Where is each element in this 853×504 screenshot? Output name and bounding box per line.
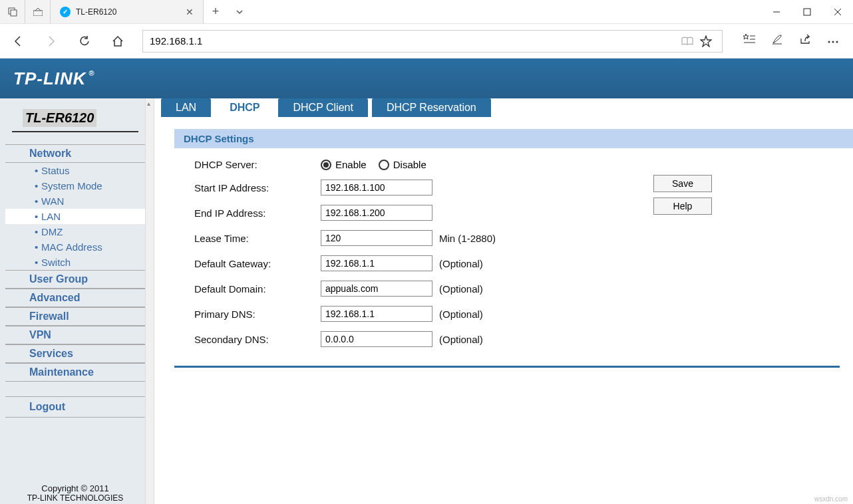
notes-icon[interactable]: [769, 33, 785, 49]
row-dhcp-server: DHCP Server: Enable Disable: [174, 159, 627, 170]
svg-rect-1: [11, 10, 17, 16]
logout-link[interactable]: Logout: [5, 396, 145, 418]
row-lease-time: Lease Time: Min (1-2880): [174, 230, 627, 246]
svg-point-11: [828, 41, 830, 43]
sidebar-scrollbar[interactable]: ▴: [145, 98, 154, 504]
back-button[interactable]: [4, 27, 32, 55]
copyright: Copyright © 2011 TP-LINK TECHNOLOGIES: [5, 483, 145, 504]
favorites-list-icon[interactable]: [741, 33, 757, 49]
panel-title: DHCP Settings: [174, 129, 853, 148]
save-button[interactable]: Save: [653, 175, 712, 192]
sidebar-item-switch[interactable]: Switch: [5, 255, 145, 270]
side-buttons: Save Help: [653, 159, 725, 356]
close-tab-icon[interactable]: ✕: [186, 7, 194, 17]
tab-preview-icon[interactable]: [25, 0, 51, 23]
row-end-ip: End IP Address:: [174, 205, 627, 221]
tab-dhcp[interactable]: DHCP: [215, 98, 274, 117]
sidebar-item-system-mode[interactable]: System Mode: [5, 178, 145, 193]
sidebar-item-dmz[interactable]: DMZ: [5, 224, 145, 239]
sidebar-item-status[interactable]: Status: [5, 163, 145, 178]
radio-disable[interactable]: Disable: [379, 159, 426, 170]
banner: TP-LINK®: [0, 59, 853, 98]
sidebar-item-wan[interactable]: WAN: [5, 193, 145, 209]
close-window-button[interactable]: [822, 0, 853, 23]
row-default-domain: Default Domain: (Optional): [174, 281, 627, 297]
dhcp-server-label: DHCP Server:: [194, 159, 321, 170]
sidebar-section-user-group[interactable]: User Group: [5, 270, 145, 289]
logo: TP-LINK®: [13, 68, 95, 89]
content-area: LAN DHCP DHCP Client DHCP Reservation DH…: [154, 98, 853, 504]
default-gateway-input[interactable]: [321, 255, 432, 271]
row-secondary-dns: Secondary DNS: (Optional): [174, 331, 627, 347]
panel-divider: [174, 366, 840, 368]
refresh-button[interactable]: [71, 27, 98, 55]
share-icon[interactable]: [797, 33, 813, 49]
svg-rect-2: [33, 11, 43, 16]
svg-point-12: [832, 41, 834, 43]
forward-button[interactable]: [37, 27, 65, 55]
sidebar-section-services[interactable]: Services: [5, 344, 145, 363]
tab-title: TL-ER6120: [76, 7, 180, 17]
sidebar-item-mac-address[interactable]: MAC Address: [5, 239, 145, 255]
sidebar: TL-ER6120 Network Status System Mode WAN…: [0, 98, 145, 504]
primary-dns-input[interactable]: [321, 306, 432, 322]
browser-toolbar: [0, 24, 853, 59]
favorite-icon[interactable]: [697, 35, 715, 47]
row-primary-dns: Primary DNS: (Optional): [174, 306, 627, 322]
radio-disable-dot[interactable]: [379, 160, 389, 170]
new-tab-button[interactable]: +: [204, 0, 228, 23]
sidebar-section-firewall[interactable]: Firewall: [5, 307, 145, 326]
svg-point-13: [836, 41, 838, 43]
watermark: wsxdn.com: [814, 495, 848, 503]
default-domain-input[interactable]: [321, 281, 432, 297]
tab-dhcp-reservation[interactable]: DHCP Reservation: [372, 98, 491, 117]
sidebar-section-maintenance[interactable]: Maintenance: [5, 363, 145, 382]
tab-overflow-icon[interactable]: [228, 0, 252, 23]
sidebar-item-lan[interactable]: LAN: [5, 209, 145, 224]
router-page: TP-LINK® TL-ER6120 Network Status System…: [0, 59, 853, 504]
model-label: TL-ER6120: [23, 109, 96, 127]
maximize-button[interactable]: [792, 0, 822, 23]
end-ip-input[interactable]: [321, 205, 432, 221]
address-bar[interactable]: [142, 30, 723, 53]
favicon-icon: ✓: [60, 7, 71, 17]
secondary-dns-input[interactable]: [321, 331, 432, 347]
lease-time-input[interactable]: [321, 230, 432, 246]
dhcp-panel: DHCP Settings DHCP Server: Enable: [154, 117, 853, 368]
sidebar-section-network[interactable]: Network: [5, 144, 145, 163]
more-icon[interactable]: [825, 33, 841, 49]
browser-tab[interactable]: ✓ TL-ER6120 ✕: [51, 0, 204, 23]
tab-lan[interactable]: LAN: [161, 98, 211, 117]
reading-view-icon[interactable]: [678, 37, 697, 46]
sidebar-section-vpn[interactable]: VPN: [5, 326, 145, 344]
tab-actions-icon[interactable]: [0, 0, 25, 23]
start-ip-input[interactable]: [321, 180, 432, 195]
browser-titlebar: ✓ TL-ER6120 ✕ +: [0, 0, 853, 24]
home-button[interactable]: [104, 27, 132, 55]
tab-dhcp-client[interactable]: DHCP Client: [278, 98, 367, 117]
svg-rect-4: [804, 9, 810, 15]
sidebar-section-advanced[interactable]: Advanced: [5, 289, 145, 307]
page-tabs: LAN DHCP DHCP Client DHCP Reservation: [154, 98, 853, 117]
help-button[interactable]: Help: [653, 197, 712, 215]
radio-enable-dot[interactable]: [321, 160, 331, 170]
radio-enable[interactable]: Enable: [321, 159, 367, 170]
minimize-button[interactable]: [761, 0, 792, 23]
url-input[interactable]: [150, 35, 678, 47]
row-start-ip: Start IP Address:: [174, 180, 627, 195]
row-default-gateway: Default Gateway: (Optional): [174, 255, 627, 271]
